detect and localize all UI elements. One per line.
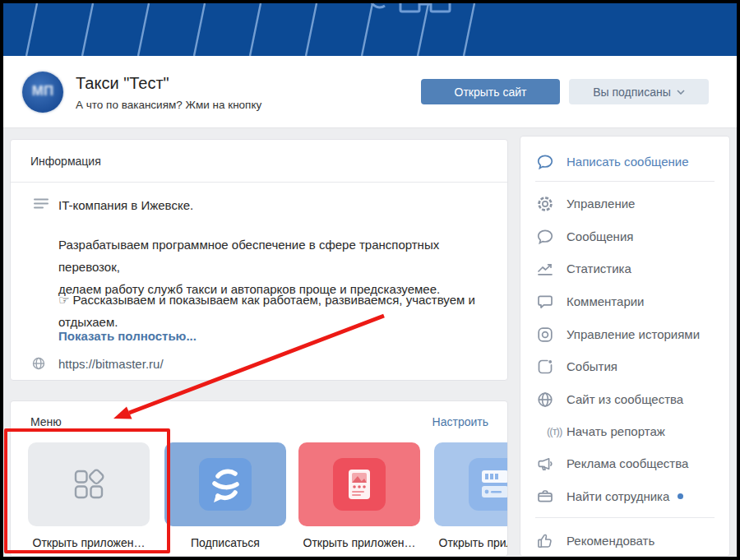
info-card-title: Информация [30, 155, 101, 168]
community-cover [3, 3, 737, 56]
sidebar-item-label: События [567, 359, 617, 373]
globe-icon [30, 355, 47, 372]
menu-tile-open-app-2[interactable] [298, 442, 420, 526]
community-avatar[interactable]: МП [22, 72, 63, 113]
stats-icon [535, 259, 555, 279]
info-text-line: IT-компания в Ижевске. [58, 198, 193, 212]
sidebar-item-label: Управление историями [567, 327, 700, 341]
banner-logo-fragment [371, 3, 450, 12]
divider [535, 181, 715, 182]
sidebar-item-statistics[interactable]: Статистика [520, 259, 731, 279]
avatar-logo-text: МП [22, 83, 63, 100]
show-more-link[interactable]: Показать полностью... [58, 329, 197, 343]
sidebar-item-start-live[interactable]: ((т)) Начать репортаж [520, 422, 731, 442]
notification-dot [678, 493, 683, 499]
globe-icon [535, 390, 555, 410]
vk-community-page: МП Такси "Тест" А что по вакансиям? Жми … [3, 3, 737, 557]
gear-icon [535, 194, 555, 214]
sidebar-item-write-message[interactable]: Написать сообщение [520, 152, 731, 172]
subscribed-button-label: Вы подписаны [593, 86, 671, 99]
thumbs-up-icon [535, 531, 555, 551]
screenshot-frame: МП Такси "Тест" А что по вакансиям? Жми … [0, 0, 740, 560]
website-link[interactable]: https://bitmaster.ru/ [58, 357, 164, 371]
sidebar-item-messages[interactable]: Сообщения [520, 227, 731, 247]
sidebar-item-manage[interactable]: Управление [520, 194, 731, 214]
sidebar-item-stories[interactable]: Управление историями [520, 325, 731, 345]
divider [535, 517, 715, 518]
community-header: МП Такси "Тест" А что по вакансиям? Жми … [3, 56, 737, 128]
menu-tile-label[interactable]: Подписаться [164, 536, 286, 549]
chevron-down-icon [677, 90, 685, 95]
menu-tile-label[interactable]: Открыть приложен… [434, 536, 508, 549]
sidebar-item-label: Управление [567, 197, 635, 211]
live-icon: ((т)) [535, 422, 555, 442]
annotation-rectangle [4, 428, 170, 553]
sidebar-item-label: Начать репортаж [567, 424, 665, 438]
megaphone-icon [535, 454, 555, 474]
page-title: Такси "Тест" [76, 74, 169, 93]
banner-stripes [3, 3, 737, 56]
divider [11, 182, 507, 183]
sidebar: Написать сообщение Управление Сообщения … [520, 136, 730, 557]
sidebar-item-events[interactable]: События [520, 357, 731, 377]
menu-tile-open-app-3[interactable] [434, 442, 508, 526]
events-icon [535, 357, 555, 377]
info-paragraph: ☞ Рассказываем и показываем как работаем… [58, 289, 502, 333]
info-card: Информация IT-компания в Ижевске. Разраб… [10, 139, 508, 381]
menu-tile-label[interactable]: Открыть приложен… [298, 536, 420, 549]
community-status: А что по вакансиям? Жми на кнопку [76, 99, 261, 111]
message-icon [535, 152, 555, 172]
sidebar-item-label: Рекомендовать [567, 534, 654, 548]
briefcase-icon [535, 487, 555, 507]
sidebar-item-find-employee[interactable]: Найти сотрудника [520, 487, 731, 507]
sidebar-item-label: Реклама сообщества [567, 456, 688, 470]
sidebar-item-label: Сообщения [567, 229, 633, 243]
description-lines-icon [32, 195, 50, 213]
sidebar-item-label: Найти сотрудника [567, 489, 683, 503]
open-site-button[interactable]: Открыть сайт [421, 79, 560, 104]
cards-app-icon [469, 458, 508, 511]
menu-card-title: Меню [30, 415, 62, 428]
subscribed-button[interactable]: Вы подписаны [569, 79, 709, 104]
sidebar-item-community-site[interactable]: Сайт из сообщества [520, 390, 731, 410]
menu-tile-subscribe[interactable] [164, 442, 286, 526]
article-app-icon [333, 458, 386, 511]
sidebar-item-comments[interactable]: Комментарии [520, 292, 731, 312]
sidebar-item-recommend[interactable]: Рекомендовать [520, 531, 731, 551]
sidebar-item-label: Написать сообщение [567, 155, 689, 169]
sidebar-item-label: Сайт из сообщества [567, 392, 683, 406]
sidebar-item-label: Комментарии [567, 294, 644, 308]
stories-icon [535, 325, 555, 345]
comment-icon [535, 292, 555, 312]
sidebar-item-label: Статистика [567, 261, 631, 275]
senler-app-icon [199, 458, 252, 511]
configure-menu-link[interactable]: Настроить [432, 415, 488, 428]
sidebar-item-community-ads[interactable]: Реклама сообщества [520, 454, 731, 474]
chat-bubble-icon [535, 227, 555, 247]
